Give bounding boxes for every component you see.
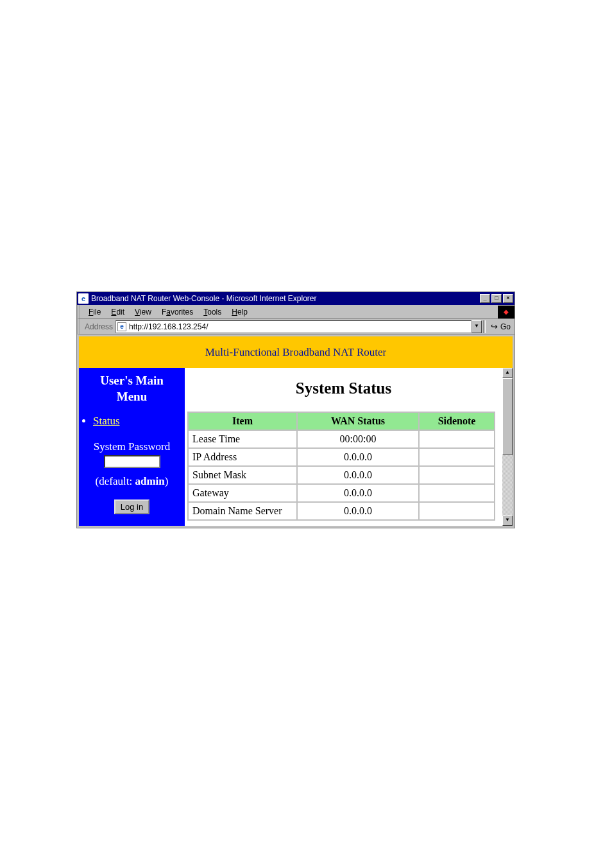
page-heading: System Status — [185, 379, 502, 397]
password-row: System Password — [79, 434, 185, 471]
cell-item: Domain Name Server — [188, 502, 297, 520]
col-sidenote: Sidenote — [419, 412, 495, 430]
toolbar-separator — [483, 320, 486, 333]
menu-view[interactable]: View — [130, 306, 157, 318]
banner: Multi-Functional Broadband NAT Router — [77, 334, 514, 368]
cell-sidenote — [419, 448, 495, 466]
cell-item: Gateway — [188, 484, 297, 502]
cell-item: IP Address — [188, 448, 297, 466]
scroll-thumb[interactable] — [502, 378, 513, 455]
address-url: http://192.168.123.254/ — [129, 322, 208, 331]
ie-icon: e — [78, 293, 89, 304]
maximize-button[interactable]: □ — [491, 294, 502, 303]
minimize-button[interactable]: _ — [480, 294, 490, 303]
col-wan: WAN Status — [297, 412, 419, 430]
cell-sidenote — [419, 430, 495, 448]
scroll-up-button[interactable]: ▲ — [502, 368, 513, 378]
status-table: Item WAN Status Sidenote Lease Time00:00… — [187, 412, 495, 521]
table-row: Lease Time00:00:00 — [188, 430, 495, 448]
address-input[interactable]: e http://192.168.123.254/ — [115, 320, 472, 333]
close-button[interactable]: × — [503, 294, 513, 303]
browser-window: e Broadband NAT Router Web-Console - Mic… — [76, 291, 515, 528]
menu-favorites[interactable]: Favorites — [157, 306, 198, 318]
main-area: User's Main Menu Status System Password … — [77, 368, 514, 528]
address-bar: Address e http://192.168.123.254/ ▼ ↪ Go — [77, 319, 514, 334]
ie-logo-icon: ◆ — [498, 306, 514, 318]
sidebar-item-status: Status — [93, 415, 185, 428]
cell-item: Subnet Mask — [188, 466, 297, 484]
content: System Status Item WAN Status Sidenote L… — [185, 368, 502, 526]
cell-sidenote — [419, 484, 495, 502]
menu-file[interactable]: File — [83, 306, 106, 318]
menu-help[interactable]: Help — [226, 306, 253, 318]
address-label: Address — [82, 322, 115, 331]
window-title: Broadband NAT Router Web-Console - Micro… — [91, 294, 480, 303]
table-row: Gateway0.0.0.0 — [188, 484, 495, 502]
password-default: (default: admin) — [79, 471, 185, 488]
scroll-down-button[interactable]: ▼ — [502, 516, 513, 526]
password-label: System Password — [79, 440, 185, 453]
status-link[interactable]: Status — [93, 415, 120, 427]
sidebar: User's Main Menu Status System Password … — [79, 368, 185, 526]
cell-item: Lease Time — [188, 430, 297, 448]
cell-sidenote — [419, 502, 495, 520]
address-dropdown-button[interactable]: ▼ — [472, 320, 482, 333]
cell-wan: 0.0.0.0 — [297, 448, 419, 466]
cell-wan: 00:00:00 — [297, 430, 419, 448]
go-label: Go — [500, 322, 511, 331]
banner-text: Multi-Functional Broadband NAT Router — [205, 346, 387, 359]
login-button[interactable]: Log in — [114, 499, 149, 514]
sidebar-title: User's Main Menu — [79, 370, 185, 415]
password-input[interactable] — [104, 455, 160, 468]
col-item: Item — [188, 412, 297, 430]
vertical-scrollbar[interactable]: ▲ ▼ — [502, 368, 513, 526]
page-ie-icon: e — [117, 322, 126, 331]
go-arrow-icon: ↪ — [491, 322, 498, 331]
cell-sidenote — [419, 466, 495, 484]
table-row: Domain Name Server0.0.0.0 — [188, 502, 495, 520]
cell-wan: 0.0.0.0 — [297, 484, 419, 502]
window-buttons: _ □ × — [480, 294, 513, 303]
menu-edit[interactable]: Edit — [106, 306, 130, 318]
menu-tools[interactable]: Tools — [198, 306, 226, 318]
cell-wan: 0.0.0.0 — [297, 502, 419, 520]
cell-wan: 0.0.0.0 — [297, 466, 419, 484]
scroll-track[interactable] — [502, 378, 513, 516]
table-row: Subnet Mask0.0.0.0 — [188, 466, 495, 484]
titlebar: e Broadband NAT Router Web-Console - Mic… — [77, 292, 514, 305]
go-button[interactable]: ↪ Go — [487, 322, 514, 331]
table-row: IP Address0.0.0.0 — [188, 448, 495, 466]
menubar: File Edit View Favorites Tools Help ◆ — [77, 305, 514, 319]
